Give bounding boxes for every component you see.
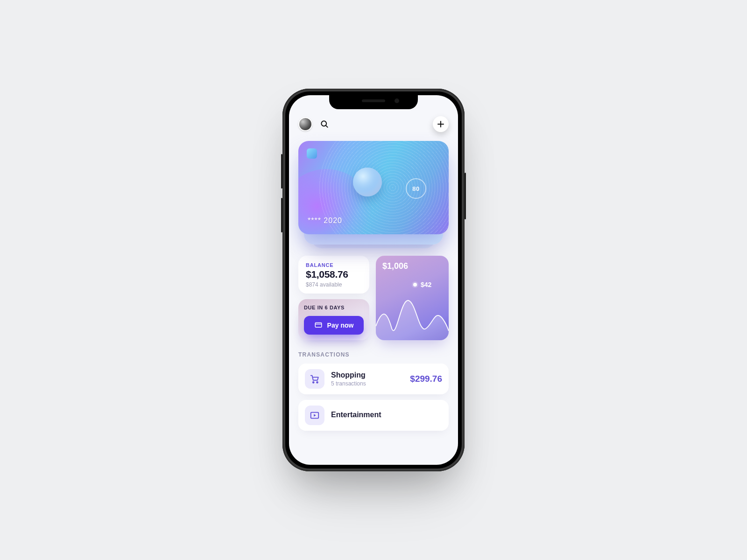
media-icon <box>305 406 324 425</box>
card-logo-icon <box>307 148 317 159</box>
svg-rect-4 <box>315 322 322 327</box>
transaction-sub: 5 transactions <box>331 380 403 387</box>
phone-notch <box>329 95 418 109</box>
spend-chart-tile[interactable]: $1,006 $42 <box>376 256 449 340</box>
balance-tile[interactable]: BALANCE $1,058.76 $874 available <box>298 256 369 294</box>
transaction-row[interactable]: Entertainment <box>298 400 449 431</box>
card-stack[interactable]: 80 **** 2020 <box>298 141 449 244</box>
cart-icon <box>305 369 324 389</box>
chart-line-icon <box>376 284 449 340</box>
card-icon <box>314 321 323 330</box>
pay-now-label: Pay now <box>327 322 354 329</box>
header-bar <box>298 116 449 133</box>
balance-amount: $1,058.76 <box>306 269 362 280</box>
phone-screen: 80 **** 2020 BALANCE $1,058.76 $874 avai… <box>289 95 458 465</box>
due-tile: DUE IN 6 DAYS Pay now <box>298 299 369 340</box>
search-icon[interactable] <box>320 119 329 129</box>
app-root: 80 **** 2020 BALANCE $1,058.76 $874 avai… <box>289 95 458 465</box>
balance-label: BALANCE <box>306 262 362 268</box>
phone-frame: 80 **** 2020 BALANCE $1,058.76 $874 avai… <box>282 89 465 471</box>
summary-tiles: BALANCE $1,058.76 $874 available DUE IN … <box>298 256 449 340</box>
pay-now-button[interactable]: Pay now <box>304 316 364 335</box>
transaction-title: Shopping <box>331 371 403 379</box>
avatar[interactable] <box>298 117 312 131</box>
transaction-row[interactable]: Shopping 5 transactions $299.76 <box>298 364 449 394</box>
card-number: **** 2020 <box>308 217 342 225</box>
svg-line-1 <box>326 126 328 127</box>
primary-card[interactable]: 80 **** 2020 <box>298 141 449 234</box>
chart-total: $1,006 <box>382 261 408 271</box>
transactions-header: TRANSACTIONS <box>298 351 449 358</box>
transaction-amount: $299.76 <box>410 374 442 384</box>
due-label: DUE IN 6 DAYS <box>304 305 364 310</box>
transaction-title: Entertainment <box>331 411 436 419</box>
add-button[interactable] <box>433 116 449 132</box>
balance-available: $874 available <box>306 281 362 288</box>
card-ring-badge: 80 <box>406 178 426 199</box>
svg-point-6 <box>313 382 314 383</box>
svg-point-7 <box>317 382 318 383</box>
